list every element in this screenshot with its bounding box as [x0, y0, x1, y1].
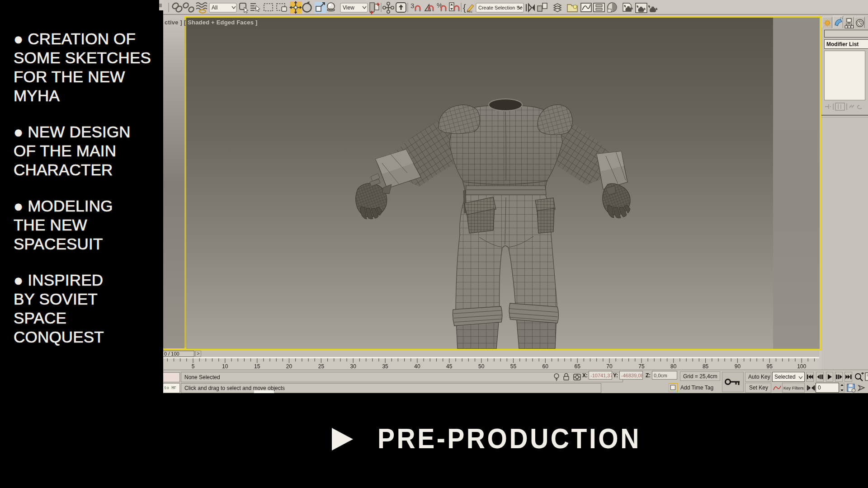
- svg-text:95: 95: [767, 363, 773, 370]
- svg-text:60: 60: [542, 363, 549, 370]
- svg-text:45: 45: [446, 363, 453, 370]
- svg-text:{: {: [463, 3, 466, 13]
- svg-text:70: 70: [606, 363, 613, 370]
- svg-text:15: 15: [254, 363, 260, 370]
- svg-text:65: 65: [575, 363, 581, 370]
- svg-text:Abc: Abc: [467, 10, 473, 13]
- svg-text:View: View: [343, 5, 354, 11]
- svg-text:75: 75: [638, 363, 645, 370]
- svg-text:Create Selection Se: Create Selection Se: [478, 5, 523, 10]
- svg-text:25: 25: [318, 363, 325, 370]
- svg-text:85: 85: [703, 363, 709, 370]
- svg-text:40: 40: [414, 363, 420, 370]
- svg-text:10: 10: [222, 363, 228, 370]
- svg-text:55: 55: [510, 363, 517, 370]
- svg-text:35: 35: [382, 363, 388, 370]
- svg-text:30: 30: [350, 363, 357, 370]
- svg-text:50: 50: [478, 363, 485, 370]
- svg-text:80: 80: [670, 363, 677, 370]
- svg-text:3: 3: [410, 2, 414, 9]
- svg-text:20: 20: [286, 363, 292, 370]
- svg-text:5: 5: [192, 363, 195, 370]
- svg-text:90: 90: [735, 363, 741, 370]
- svg-text:All: All: [212, 5, 217, 11]
- svg-text:100: 100: [797, 363, 806, 370]
